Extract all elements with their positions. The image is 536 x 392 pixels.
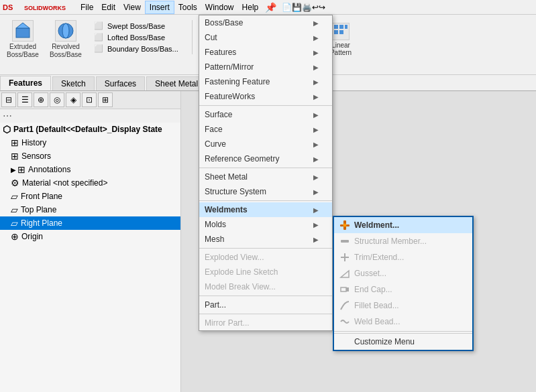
menu-edit[interactable]: Edit — [97, 1, 119, 13]
menu-item-explode-line[interactable]: Explode Line Sketch — [199, 265, 332, 279]
svg-rect-6 — [334, 25, 338, 29]
root-label: Part1 (Default<<Default>_Display State — [13, 125, 162, 134]
tree-root[interactable]: ⬡ Part1 (Default<<Default>_Display State — [0, 123, 180, 136]
featureworks-arrow: ▶ — [313, 93, 319, 101]
menu-item-surface[interactable]: Surface ▶ — [199, 107, 332, 122]
menu-item-pattern-mirror[interactable]: Pattern/Mirror ▶ — [199, 60, 332, 74]
menu-window[interactable]: Window — [201, 1, 238, 13]
revolved-icon — [55, 20, 76, 42]
tree-material[interactable]: ⚙ Material <not specified> — [0, 176, 180, 190]
tab-sheet-metal[interactable]: Sheet Metal — [146, 76, 207, 90]
fastening-arrow: ▶ — [313, 78, 319, 86]
menu-file[interactable]: File — [76, 1, 97, 13]
filter-row: ⋯ — [0, 109, 180, 123]
sep-3 — [199, 200, 332, 201]
menu-item-curve[interactable]: Curve ▶ — [199, 137, 332, 151]
ft-btn-3[interactable]: ⊕ — [34, 92, 48, 107]
tree-sensors[interactable]: ⊞ Sensors — [0, 149, 180, 163]
feature-tree-toolbar: ⊟ ☰ ⊕ ◎ ◈ ⊡ ⊞ — [0, 91, 180, 109]
swept-icon: ⬜ — [94, 21, 105, 30]
weld-bead-icon — [339, 316, 350, 327]
features-arrow: ▶ — [313, 49, 319, 56]
molds-arrow: ▶ — [313, 221, 319, 228]
tree-right-plane[interactable]: ▱ Right Plane — [0, 216, 180, 230]
weldments-sep — [334, 331, 472, 332]
menu-item-features[interactable]: Features ▶ — [199, 45, 332, 60]
right-plane-icon: ▱ — [11, 218, 18, 228]
redo-icon[interactable]: ↪ — [319, 3, 325, 12]
svg-text:SOLIDWORKS: SOLIDWORKS — [24, 5, 66, 11]
menu-item-reference-geometry[interactable]: Reference Geometry ▶ — [199, 151, 332, 166]
menu-item-molds[interactable]: Molds ▶ — [199, 217, 332, 232]
menu-item-weldments[interactable]: Weldments ▶ — [199, 202, 332, 217]
ft-btn-5[interactable]: ◈ — [66, 92, 81, 107]
ft-btn-6[interactable]: ⊡ — [82, 92, 97, 107]
ft-btn-1[interactable]: ⊟ — [1, 92, 16, 107]
menu-item-mesh[interactable]: Mesh ▶ — [199, 232, 332, 247]
tab-surfaces[interactable]: Surfaces — [96, 76, 145, 90]
menu-item-boss-base[interactable]: Boss/Base ▶ — [199, 15, 332, 30]
menu-item-sheet-metal[interactable]: Sheet Metal ▶ — [199, 170, 332, 184]
menu-help[interactable]: Help — [238, 1, 263, 13]
submenu-fillet-bead[interactable]: Fillet Bead... — [334, 298, 472, 314]
mesh-arrow: ▶ — [313, 236, 319, 243]
menu-tools[interactable]: Tools — [174, 1, 201, 13]
solidworks-text-logo: SOLIDWORKS — [24, 2, 71, 13]
submenu-trim-extend[interactable]: Trim/Extend... — [334, 249, 472, 265]
svg-rect-7 — [339, 25, 343, 29]
pin-icon[interactable]: 📌 — [265, 2, 276, 13]
menu-item-cut[interactable]: Cut ▶ — [199, 30, 332, 45]
menu-item-mirror-part[interactable]: Mirror Part... — [199, 316, 332, 330]
ft-btn-2[interactable]: ☰ — [17, 92, 32, 107]
svg-text:DS: DS — [3, 3, 13, 11]
toolbar-icon-2[interactable]: 💾 — [292, 3, 302, 12]
boundary-boss-base-btn[interactable]: ⬜ Boundary Boss/Bas... — [91, 43, 181, 54]
toolbar-icon-1[interactable]: 📄 — [282, 3, 292, 12]
extruded-label: Extruded Boss/Base — [5, 43, 40, 59]
menu-view[interactable]: View — [119, 1, 145, 13]
tree-origin[interactable]: ⊕ Origin — [0, 230, 180, 243]
menu-item-fastening[interactable]: Fastening Feature ▶ — [199, 74, 332, 89]
filter-icon[interactable]: ⋯ — [3, 111, 12, 121]
svg-rect-2 — [16, 28, 30, 38]
boss-base-arrow: ▶ — [313, 19, 319, 27]
ft-btn-7[interactable]: ⊞ — [98, 92, 113, 107]
customize-icon — [339, 336, 350, 347]
submenu-customize-menu[interactable]: Customize Menu — [334, 333, 472, 350]
pattern-arrow: ▶ — [313, 64, 319, 71]
toolbar-icon-3[interactable]: 🖨️ — [302, 3, 312, 12]
tree-top-plane[interactable]: ▱ Top Plane — [0, 203, 180, 216]
submenu-weldment[interactable]: Weldment... — [334, 217, 472, 233]
boundary-icon: ⬜ — [94, 44, 105, 53]
undo-icon[interactable]: ↩ — [312, 3, 319, 12]
ft-btn-4[interactable]: ◎ — [50, 92, 64, 107]
menu-item-face[interactable]: Face ▶ — [199, 122, 332, 137]
tab-features[interactable]: Features — [0, 76, 51, 90]
submenu-weld-bead[interactable]: Weld Bead... — [334, 314, 472, 330]
menu-item-model-break[interactable]: Model Break View... — [199, 279, 332, 294]
app-window: DS SOLIDWORKS File Edit View Insert Tool… — [0, 0, 536, 392]
menu-item-featureworks[interactable]: FeatureWorks ▶ — [199, 89, 332, 104]
root-icon: ⬡ — [3, 124, 11, 135]
swept-boss-base-btn[interactable]: ⬜ Swept Boss/Base — [91, 20, 181, 31]
lofted-boss-base-btn[interactable]: ⬜ Lofted Boss/Base — [91, 31, 181, 43]
tree-front-plane[interactable]: ▱ Front Plane — [0, 190, 180, 203]
menu-item-exploded-view[interactable]: Exploded View... — [199, 250, 332, 265]
menu-insert[interactable]: Insert — [145, 1, 174, 14]
annotations-label: Annotations — [28, 165, 70, 174]
cut-arrow: ▶ — [313, 34, 319, 42]
revolved-boss-base-btn[interactable]: RevolvedBoss/Base — [46, 17, 86, 62]
sw-logo-icon: DS — [3, 1, 21, 14]
submenu-structural-member[interactable]: Structural Member... — [334, 233, 472, 249]
svg-marker-3 — [16, 23, 30, 28]
submenu-end-cap[interactable]: End Cap... — [334, 281, 472, 298]
tree-history[interactable]: ⊞ History — [0, 136, 180, 149]
submenu-gusset[interactable]: Gusset... — [334, 265, 472, 281]
tree-annotations[interactable]: ▶ ⊞ Annotations — [0, 163, 180, 176]
extruded-boss-base-btn[interactable]: Extruded Boss/Base — [3, 17, 43, 62]
origin-label: Origin — [21, 232, 43, 241]
tab-sketch[interactable]: Sketch — [52, 76, 95, 90]
svg-rect-18 — [341, 287, 346, 291]
menu-item-part[interactable]: Part... — [199, 298, 332, 312]
menu-item-structure-system[interactable]: Structure System ▶ — [199, 184, 332, 199]
